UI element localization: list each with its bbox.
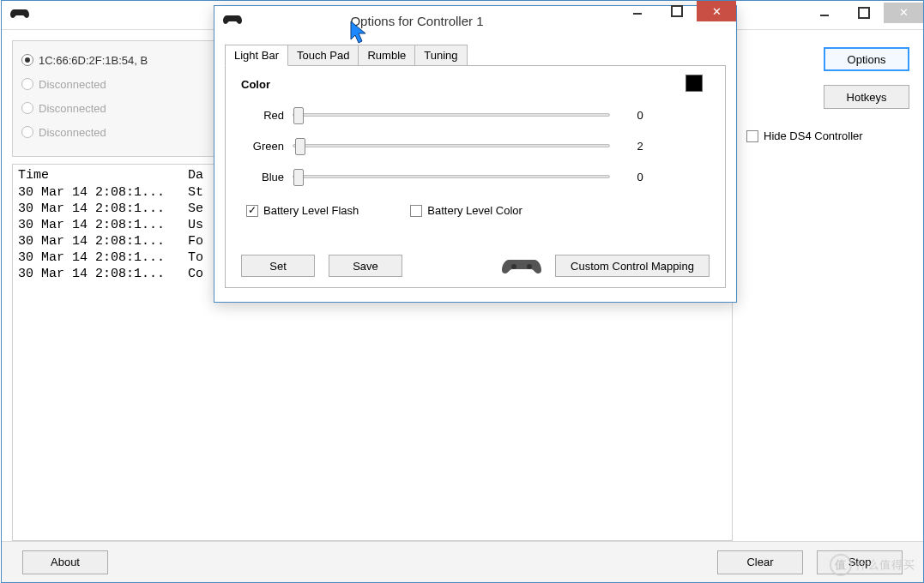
controller-label: Disconnected (39, 102, 106, 115)
hide-ds4-checkbox[interactable] (746, 130, 758, 142)
battery-flash-row: Battery Level Flash (246, 204, 359, 217)
maximize-button[interactable] (844, 3, 884, 23)
controller-label: Disconnected (39, 126, 106, 139)
set-button[interactable]: Set (241, 255, 315, 277)
slider-value-red: 0 (627, 109, 653, 122)
slider-thumb[interactable] (293, 107, 304, 124)
options-dialog: Options for Controller 1 ✕ Light Bar Tou… (214, 5, 737, 303)
about-button[interactable]: About (22, 550, 108, 574)
slider-blue: Blue 0 (241, 161, 710, 192)
color-swatch[interactable] (685, 75, 703, 92)
right-sidebar: Options Hotkeys ed Hide DS4 Controller (746, 47, 909, 142)
hotkeys-button[interactable]: Hotkeys (824, 85, 909, 109)
svg-point-0 (511, 264, 516, 269)
radio-icon[interactable] (21, 126, 33, 138)
tabstrip: Light Bar Touch Pad Rumble Tuning (225, 44, 726, 65)
slider-thumb[interactable] (295, 138, 305, 155)
save-button[interactable]: Save (329, 255, 402, 277)
controller-icon (10, 8, 29, 22)
slider-green: Green 2 (241, 130, 710, 161)
controller-label: Disconnected (39, 78, 106, 91)
lightbar-panel: Color Red 0 Green 2 Blue 0 Battery Level… (225, 65, 726, 288)
radio-selected[interactable] (21, 54, 33, 66)
battery-color-checkbox[interactable] (410, 205, 422, 217)
tab-rumble[interactable]: Rumble (358, 45, 415, 66)
tab-touch-pad[interactable]: Touch Pad (287, 45, 359, 66)
controller-image (502, 256, 541, 275)
close-button[interactable]: ✕ (884, 3, 923, 23)
radio-icon[interactable] (21, 102, 33, 114)
dialog-minimize-button[interactable] (618, 1, 657, 21)
radio-icon[interactable] (21, 78, 33, 90)
tab-light-bar[interactable]: Light Bar (225, 45, 288, 66)
minimize-button[interactable] (805, 3, 844, 23)
slider-track-blue[interactable] (293, 175, 610, 178)
custom-mapping-button[interactable]: Custom Control Mapping (555, 255, 710, 277)
color-heading: Color (241, 78, 710, 91)
controller-label: 1C:66:6D:2F:1B:54, B (39, 54, 148, 67)
dialog-titlebar[interactable]: Options for Controller 1 ✕ (214, 6, 736, 35)
bottom-bar: About Clear Stop (2, 541, 923, 582)
battery-flash-checkbox[interactable] (246, 205, 258, 217)
slider-value-green: 2 (627, 140, 653, 153)
dialog-maximize-button[interactable] (657, 1, 697, 21)
col-time-header[interactable]: Time (13, 165, 183, 185)
slider-value-blue: 0 (627, 171, 653, 183)
slider-track-green[interactable] (293, 144, 610, 147)
dialog-title: Options for Controller 1 (216, 14, 618, 28)
dialog-close-button[interactable]: ✕ (697, 1, 736, 21)
battery-color-row: Battery Level Color (410, 204, 522, 217)
slider-red: Red 0 (241, 99, 710, 130)
svg-point-1 (527, 264, 532, 269)
slider-track-red[interactable] (293, 113, 610, 117)
slider-thumb[interactable] (293, 169, 304, 186)
clear-button[interactable]: Clear (717, 550, 803, 574)
tab-tuning[interactable]: Tuning (414, 45, 467, 66)
hide-ds4-label: Hide DS4 Controller (764, 129, 863, 142)
watermark: 值什么值得买 (830, 554, 915, 576)
options-button[interactable]: Options (824, 47, 909, 71)
